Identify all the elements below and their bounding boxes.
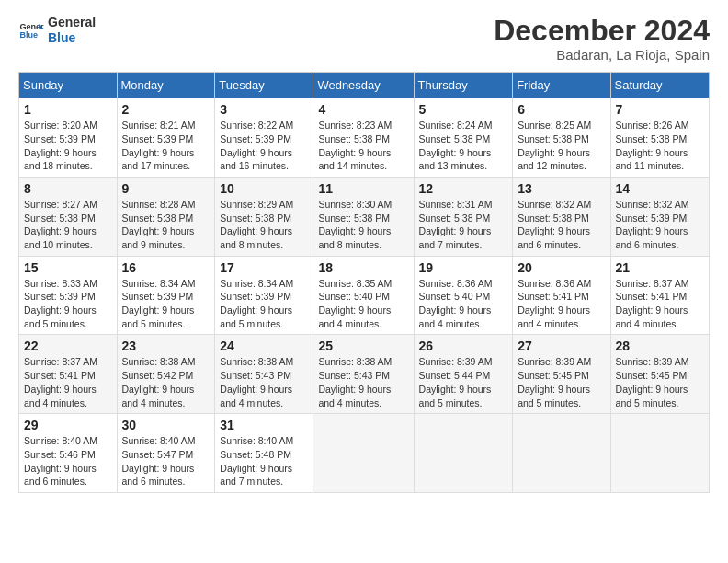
day-number: 14: [616, 181, 704, 196]
day-info: Sunrise: 8:32 AM Sunset: 5:39 PM Dayligh…: [616, 198, 704, 252]
day-info: Sunrise: 8:27 AM Sunset: 5:38 PM Dayligh…: [24, 198, 112, 252]
day-info: Sunrise: 8:40 AM Sunset: 5:48 PM Dayligh…: [220, 434, 308, 488]
calendar-body: 1 Sunrise: 8:20 AM Sunset: 5:39 PM Dayli…: [19, 98, 710, 493]
day-number: 3: [220, 102, 308, 117]
calendar-cell: 12 Sunrise: 8:31 AM Sunset: 5:38 PM Dayl…: [414, 177, 513, 256]
calendar-cell: 6 Sunrise: 8:25 AM Sunset: 5:38 PM Dayli…: [513, 98, 610, 178]
day-number: 9: [122, 181, 210, 196]
day-number: 29: [24, 418, 112, 432]
day-info: Sunrise: 8:36 AM Sunset: 5:40 PM Dayligh…: [419, 277, 508, 331]
calendar-cell: 17 Sunrise: 8:34 AM Sunset: 5:39 PM Dayl…: [215, 256, 313, 335]
calendar-cell: 16 Sunrise: 8:34 AM Sunset: 5:39 PM Dayl…: [117, 256, 215, 335]
calendar-cell: 7 Sunrise: 8:26 AM Sunset: 5:38 PM Dayli…: [610, 98, 709, 178]
calendar-header-row: Sunday Monday Tuesday Wednesday Thursday…: [19, 73, 710, 98]
day-number: 17: [220, 260, 308, 275]
day-info: Sunrise: 8:34 AM Sunset: 5:39 PM Dayligh…: [122, 277, 210, 331]
day-info: Sunrise: 8:37 AM Sunset: 5:41 PM Dayligh…: [24, 355, 112, 409]
col-thursday: Thursday: [414, 73, 513, 98]
day-number: 31: [220, 418, 308, 432]
day-number: 8: [24, 181, 112, 196]
day-number: 26: [419, 339, 508, 353]
title-block: December 2024 Badaran, La Rioja, Spain: [494, 15, 710, 63]
day-info: Sunrise: 8:22 AM Sunset: 5:39 PM Dayligh…: [220, 119, 308, 173]
calendar-cell: 9 Sunrise: 8:28 AM Sunset: 5:38 PM Dayli…: [117, 177, 215, 256]
day-number: 30: [122, 418, 210, 432]
logo-line2: Blue: [48, 30, 96, 46]
calendar-cell: 26 Sunrise: 8:39 AM Sunset: 5:44 PM Dayl…: [414, 335, 513, 414]
day-info: Sunrise: 8:36 AM Sunset: 5:41 PM Dayligh…: [518, 277, 605, 331]
month-title: December 2024: [494, 15, 710, 47]
day-info: Sunrise: 8:38 AM Sunset: 5:42 PM Dayligh…: [122, 355, 210, 409]
calendar-cell: 5 Sunrise: 8:24 AM Sunset: 5:38 PM Dayli…: [414, 98, 513, 178]
day-number: 27: [518, 339, 605, 353]
day-info: Sunrise: 8:34 AM Sunset: 5:39 PM Dayligh…: [220, 277, 308, 331]
day-info: Sunrise: 8:26 AM Sunset: 5:38 PM Dayligh…: [616, 119, 704, 173]
day-info: Sunrise: 8:24 AM Sunset: 5:38 PM Dayligh…: [419, 119, 508, 173]
calendar-cell: 3 Sunrise: 8:22 AM Sunset: 5:39 PM Dayli…: [215, 98, 313, 178]
day-number: 22: [24, 339, 112, 353]
day-info: Sunrise: 8:20 AM Sunset: 5:39 PM Dayligh…: [24, 119, 112, 173]
page-header: General Blue General Blue December 2024 …: [18, 15, 710, 63]
day-info: Sunrise: 8:40 AM Sunset: 5:46 PM Dayligh…: [24, 434, 112, 488]
day-info: Sunrise: 8:23 AM Sunset: 5:38 PM Dayligh…: [318, 119, 408, 173]
calendar-cell: 25 Sunrise: 8:38 AM Sunset: 5:43 PM Dayl…: [313, 335, 414, 414]
day-info: Sunrise: 8:38 AM Sunset: 5:43 PM Dayligh…: [220, 355, 308, 409]
day-number: 21: [616, 260, 704, 275]
calendar-cell: 13 Sunrise: 8:32 AM Sunset: 5:38 PM Dayl…: [513, 177, 610, 256]
day-info: Sunrise: 8:30 AM Sunset: 5:38 PM Dayligh…: [318, 198, 408, 252]
calendar-cell: 20 Sunrise: 8:36 AM Sunset: 5:41 PM Dayl…: [513, 256, 610, 335]
day-info: Sunrise: 8:28 AM Sunset: 5:38 PM Dayligh…: [122, 198, 210, 252]
calendar-cell: 22 Sunrise: 8:37 AM Sunset: 5:41 PM Dayl…: [19, 335, 118, 414]
calendar-cell: 4 Sunrise: 8:23 AM Sunset: 5:38 PM Dayli…: [313, 98, 414, 178]
calendar-cell: 30 Sunrise: 8:40 AM Sunset: 5:47 PM Dayl…: [117, 414, 215, 493]
calendar-cell: 21 Sunrise: 8:37 AM Sunset: 5:41 PM Dayl…: [610, 256, 709, 335]
calendar-cell: 29 Sunrise: 8:40 AM Sunset: 5:46 PM Dayl…: [19, 414, 118, 493]
calendar-cell: [313, 414, 414, 493]
day-number: 23: [122, 339, 210, 353]
day-number: 20: [518, 260, 605, 275]
calendar-cell: [513, 414, 610, 493]
calendar-table: Sunday Monday Tuesday Wednesday Thursday…: [18, 72, 710, 493]
day-number: 19: [419, 260, 508, 275]
day-number: 11: [318, 181, 408, 196]
col-tuesday: Tuesday: [215, 73, 313, 98]
calendar-cell: 11 Sunrise: 8:30 AM Sunset: 5:38 PM Dayl…: [313, 177, 414, 256]
day-info: Sunrise: 8:39 AM Sunset: 5:45 PM Dayligh…: [616, 355, 704, 409]
day-info: Sunrise: 8:39 AM Sunset: 5:45 PM Dayligh…: [518, 355, 605, 409]
day-number: 13: [518, 181, 605, 196]
col-saturday: Saturday: [610, 73, 709, 98]
page-container: General Blue General Blue December 2024 …: [0, 0, 728, 502]
calendar-cell: [610, 414, 709, 493]
calendar-cell: 1 Sunrise: 8:20 AM Sunset: 5:39 PM Dayli…: [19, 98, 118, 178]
day-number: 4: [318, 102, 408, 117]
day-info: Sunrise: 8:29 AM Sunset: 5:38 PM Dayligh…: [220, 198, 308, 252]
day-info: Sunrise: 8:21 AM Sunset: 5:39 PM Dayligh…: [122, 119, 210, 173]
calendar-cell: 19 Sunrise: 8:36 AM Sunset: 5:40 PM Dayl…: [414, 256, 513, 335]
day-info: Sunrise: 8:31 AM Sunset: 5:38 PM Dayligh…: [419, 198, 508, 252]
calendar-cell: 8 Sunrise: 8:27 AM Sunset: 5:38 PM Dayli…: [19, 177, 118, 256]
day-number: 2: [122, 102, 210, 117]
calendar-week-row: 8 Sunrise: 8:27 AM Sunset: 5:38 PM Dayli…: [19, 177, 710, 256]
day-info: Sunrise: 8:25 AM Sunset: 5:38 PM Dayligh…: [518, 119, 605, 173]
day-number: 28: [616, 339, 704, 353]
day-number: 6: [518, 102, 605, 117]
calendar-cell: [414, 414, 513, 493]
day-info: Sunrise: 8:40 AM Sunset: 5:47 PM Dayligh…: [122, 434, 210, 488]
location: Badaran, La Rioja, Spain: [494, 47, 710, 63]
calendar-cell: 28 Sunrise: 8:39 AM Sunset: 5:45 PM Dayl…: [610, 335, 709, 414]
col-sunday: Sunday: [19, 73, 118, 98]
day-number: 10: [220, 181, 308, 196]
logo: General Blue General Blue: [18, 15, 96, 46]
day-info: Sunrise: 8:32 AM Sunset: 5:38 PM Dayligh…: [518, 198, 605, 252]
calendar-week-row: 22 Sunrise: 8:37 AM Sunset: 5:41 PM Dayl…: [19, 335, 710, 414]
calendar-week-row: 1 Sunrise: 8:20 AM Sunset: 5:39 PM Dayli…: [19, 98, 710, 178]
day-number: 7: [616, 102, 704, 117]
calendar-cell: 31 Sunrise: 8:40 AM Sunset: 5:48 PM Dayl…: [215, 414, 313, 493]
day-number: 1: [24, 102, 112, 117]
day-number: 18: [318, 260, 408, 275]
calendar-cell: 27 Sunrise: 8:39 AM Sunset: 5:45 PM Dayl…: [513, 335, 610, 414]
day-info: Sunrise: 8:37 AM Sunset: 5:41 PM Dayligh…: [616, 277, 704, 331]
col-friday: Friday: [513, 73, 610, 98]
calendar-cell: 23 Sunrise: 8:38 AM Sunset: 5:42 PM Dayl…: [117, 335, 215, 414]
calendar-week-row: 15 Sunrise: 8:33 AM Sunset: 5:39 PM Dayl…: [19, 256, 710, 335]
